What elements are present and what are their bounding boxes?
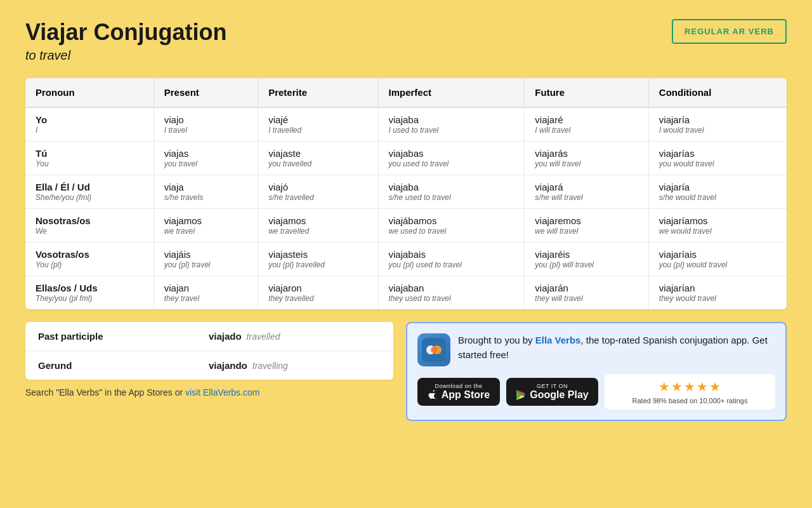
conjugation-cell: viajaríasyou would travel [648, 142, 787, 175]
conjugation-cell: viajas/he travels [154, 175, 258, 209]
search-text-label: Search "Ella Verbs" in the App Stores or [25, 387, 185, 398]
conjugation-cell: viajabaI used to travel [378, 107, 525, 142]
conjugation-cell: viajasteyou travelled [258, 142, 378, 175]
conjugation-cell: viajasyou travel [154, 142, 258, 175]
table-row: Vosotras/osYou (pl)viajáisyou (pl) trave… [25, 243, 787, 276]
promo-top: Brought to you by Ella Verbs, the top-ra… [417, 333, 775, 366]
table-row: Nosotras/osWeviajamoswe travelviajamoswe… [25, 209, 787, 243]
apple-icon [428, 390, 438, 400]
promo-intro: Brought to you by [458, 335, 535, 345]
app-store-sub-label: Download on the [435, 383, 482, 389]
rating-badge: ★★★★★ Rated 98% based on 10,000+ ratings [605, 374, 775, 410]
past-participle-label: Past participle [25, 322, 196, 351]
participle-block: Past participle viajadotravelled Gerund … [25, 322, 393, 380]
pronoun-cell: Ellas/os / UdsThey/you (pl fml) [25, 276, 154, 310]
conjugation-cell: viajarás/he will travel [525, 175, 649, 209]
table-row: Ellas/os / UdsThey/you (pl fml)viajanthe… [25, 276, 787, 310]
promo-card: Brought to you by Ella Verbs, the top-ra… [406, 322, 787, 421]
conjugation-cell: viajoI travel [154, 107, 258, 142]
pronoun-cell: Ella / Él / UdShe/he/you (fml) [25, 175, 154, 209]
gerund-label: Gerund [25, 351, 196, 380]
rating-text: Rated 98% based on 10,000+ ratings [612, 397, 768, 404]
bottom-section: Past participle viajadotravelled Gerund … [25, 322, 787, 421]
title-rest: Conjugation [87, 19, 226, 45]
rating-stars: ★★★★★ [612, 379, 768, 394]
conjugation-cell: viajarías/he would travel [648, 175, 787, 209]
table-header-row: Pronoun Present Preterite Imperfect Futu… [25, 78, 787, 107]
col-conditional: Conditional [648, 78, 787, 107]
regular-verb-badge: REGULAR AR VERB [672, 19, 787, 44]
conjugation-cell: viajabas/he used to travel [378, 175, 525, 209]
conjugation-cell: viajamoswe travelled [258, 209, 378, 243]
conjugation-cell: viajaríaI would travel [648, 107, 787, 142]
app-icon-svg [422, 338, 446, 362]
gerund-row: Gerund viajandotravelling [25, 351, 393, 380]
conjugation-cell: viajaríaisyou (pl) would travel [648, 243, 787, 276]
conjugation-cell: viajaránthey will travel [525, 276, 649, 310]
past-participle-row: Past participle viajadotravelled [25, 322, 393, 351]
conjugation-cell: viajarásyou will travel [525, 142, 649, 175]
conjugation-table: Pronoun Present Preterite Imperfect Futu… [25, 78, 787, 309]
app-store-button[interactable]: Download on the App Store [417, 378, 500, 406]
page-title: Viajar Conjugation [25, 19, 226, 46]
col-imperfect: Imperfect [378, 78, 525, 107]
participle-left-col: Past participle viajadotravelled Gerund … [25, 322, 393, 398]
pronoun-cell: TúYou [25, 142, 154, 175]
ella-verbs-icon [417, 333, 450, 366]
ella-verbs-link[interactable]: visit EllaVerbs.com [185, 387, 259, 398]
table-row: TúYouviajasyou travelviajasteyou travell… [25, 142, 787, 175]
col-preterite: Preterite [258, 78, 378, 107]
google-play-sub-label: GET IT ON [537, 383, 568, 389]
gerund-value: viajandotravelling [196, 351, 393, 380]
past-participle-value: viajadotravelled [196, 322, 393, 351]
conjugation-cell: viajabaisyou (pl) used to travel [378, 243, 525, 276]
conjugation-cell: viajaremoswe will travel [525, 209, 649, 243]
promo-app-link[interactable]: Ella Verbs [535, 335, 581, 345]
pronoun-cell: Vosotras/osYou (pl) [25, 243, 154, 276]
pronoun-cell: YoI [25, 107, 154, 142]
svg-point-3 [431, 347, 437, 353]
verb-name: Viajar [25, 19, 87, 45]
conjugation-cell: viajaronthey travelled [258, 276, 378, 310]
conjugation-cell: viajanthey travel [154, 276, 258, 310]
conjugation-cell: viajáisyou (pl) travel [154, 243, 258, 276]
pronoun-cell: Nosotras/osWe [25, 209, 154, 243]
conjugation-cell: viajabanthey used to travel [378, 276, 525, 310]
conjugation-cell: viajamoswe travel [154, 209, 258, 243]
verb-translation: to travel [25, 48, 226, 63]
conjugation-cell: viajábamoswe used to travel [378, 209, 525, 243]
col-pronoun: Pronoun [25, 78, 154, 107]
promo-description: Brought to you by Ella Verbs, the top-ra… [458, 333, 775, 362]
page-header: Viajar Conjugation to travel REGULAR AR … [25, 19, 787, 63]
conjugation-cell: viajaríanthey would travel [648, 276, 787, 310]
conjugation-cell: viajaréI will travel [525, 107, 649, 142]
conjugation-cell: viajéI travelled [258, 107, 378, 142]
google-play-main-label: Google Play [516, 389, 588, 401]
app-store-main-label: App Store [428, 389, 490, 401]
conjugation-cell: viajaréisyou (pl) will travel [525, 243, 649, 276]
search-text: Search "Ella Verbs" in the App Stores or… [25, 387, 393, 398]
google-play-icon [516, 390, 526, 400]
table-row: Ella / Él / UdShe/he/you (fml)viajas/he … [25, 175, 787, 209]
conjugation-cell: viajabasyou used to travel [378, 142, 525, 175]
google-play-button[interactable]: GET IT ON Google Play [506, 378, 598, 406]
col-future: Future [525, 78, 649, 107]
conjugation-cell: viajós/he travelled [258, 175, 378, 209]
conjugation-cell: viajasteisyou (pl) travelled [258, 243, 378, 276]
promo-buttons: Download on the App Store GET IT ON Goog… [417, 374, 775, 410]
conjugation-cell: viajaríamoswe would travel [648, 209, 787, 243]
table-row: YoIviajoI travelviajéI travelledviajabaI… [25, 107, 787, 142]
participle-table: Past participle viajadotravelled Gerund … [25, 322, 393, 380]
col-present: Present [154, 78, 258, 107]
title-block: Viajar Conjugation to travel [25, 19, 226, 63]
